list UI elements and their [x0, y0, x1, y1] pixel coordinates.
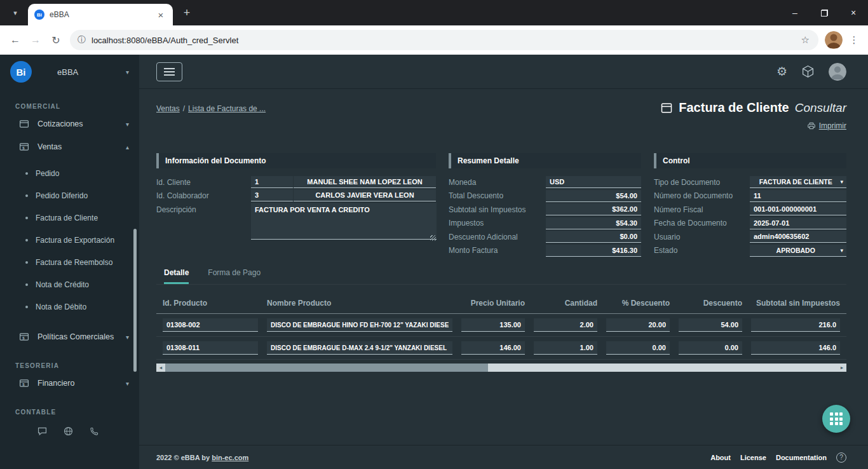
cell-nombre-producto[interactable] — [267, 318, 452, 332]
breadcrumb-link-ventas[interactable]: Ventas — [156, 104, 180, 113]
id-colaborador-code-input[interactable] — [251, 189, 293, 201]
cell-cantidad[interactable] — [534, 341, 597, 355]
breadcrumb-link-lista-facturas[interactable]: Lista de Facturas de ... — [188, 104, 266, 113]
footer-link-about[interactable]: About — [710, 454, 731, 461]
cell-nombre-producto[interactable] — [267, 341, 452, 355]
estado-select[interactable]: APROBADO ▾ — [750, 245, 846, 257]
panel-resumen-detalle: Resumen Detalle Moneda Total Descuento S… — [449, 153, 641, 258]
tab-search-button[interactable]: ▾ — [6, 4, 24, 22]
id-cliente-name-input[interactable] — [294, 176, 436, 188]
subtotal-sin-impuestos-input[interactable] — [546, 203, 641, 215]
cell-descuento[interactable] — [679, 341, 742, 355]
sidebar-subitem-factura-de-cliente[interactable]: Factura de Cliente — [0, 207, 139, 229]
globe-icon[interactable] — [63, 426, 74, 437]
footer-link-documentation[interactable]: Documentation — [776, 454, 827, 461]
sidebar-subitem-factura-de-reembolso[interactable]: Factura de Reembolso — [0, 251, 139, 273]
window-restore-button[interactable] — [810, 0, 839, 25]
moneda-label: Moneda — [449, 178, 476, 187]
table-horizontal-scrollbar[interactable]: ◄ ► — [156, 364, 846, 372]
reload-button[interactable]: ↻ — [46, 30, 66, 50]
sidebar-subitem-pedido-diferido[interactable]: Pedido Diferido — [0, 184, 139, 207]
fecha-documento-input[interactable] — [750, 217, 846, 229]
print-button[interactable]: Imprimir — [660, 121, 846, 130]
cell-subtotal[interactable] — [751, 341, 840, 355]
site-info-icon[interactable]: ⓘ — [78, 34, 86, 46]
window-minimize-button[interactable]: – — [780, 0, 810, 25]
sidebar-scrollbar[interactable] — [133, 229, 137, 372]
detail-tabs: Detalle Forma de Pago — [156, 268, 846, 285]
cube-icon[interactable] — [801, 65, 815, 78]
phone-icon[interactable] — [89, 426, 99, 437]
sidebar-subitem-nota-de-credito[interactable]: Nota de Crédito — [0, 273, 139, 296]
cell-pct-descuento[interactable] — [606, 341, 670, 355]
sidebar-item-cotizaciones[interactable]: Cotizaciones ▾ — [0, 112, 139, 135]
panel-header: Control — [654, 153, 846, 168]
cell-descuento[interactable] — [679, 318, 742, 332]
sidebar-item-financiero[interactable]: $ Financiero ▾ — [0, 372, 139, 395]
bookmark-star-icon[interactable]: ☆ — [801, 34, 810, 46]
chevron-up-icon: ▴ — [126, 144, 129, 151]
cell-cantidad[interactable] — [534, 318, 597, 332]
cell-subtotal[interactable] — [751, 318, 840, 332]
help-icon[interactable]: ? — [836, 452, 846, 463]
cell-id-producto[interactable] — [163, 341, 258, 355]
subitem-label: Factura de Exportación — [36, 236, 114, 245]
bullet-icon — [25, 217, 28, 219]
footer-link-bin-ec[interactable]: bin-ec.com — [212, 454, 248, 461]
tipo-documento-select[interactable]: FACTURA DE CLIENTE ▾ — [750, 176, 846, 188]
scroll-right-icon[interactable]: ► — [837, 364, 846, 372]
bullet-icon — [25, 306, 28, 308]
chevron-down-icon: ▾ — [126, 69, 129, 76]
impuestos-input[interactable] — [546, 217, 641, 229]
back-button[interactable]: ← — [5, 30, 25, 50]
moneda-input[interactable] — [546, 176, 641, 188]
descuento-adicional-input[interactable] — [546, 231, 641, 243]
total-descuento-input[interactable] — [546, 190, 641, 202]
id-cliente-code-input[interactable] — [251, 176, 293, 188]
chat-icon[interactable] — [37, 426, 48, 437]
browser-address-bar: ← → ↻ ⓘ localhost:8080/eBBA/Auth_cred_Se… — [0, 25, 868, 55]
cell-id-producto[interactable] — [163, 318, 258, 332]
chevron-down-icon: ▾ — [840, 179, 843, 185]
sidebar-item-politicas-comerciales[interactable]: $ Políticas Comerciales ▾ — [0, 325, 139, 348]
user-avatar[interactable] — [829, 63, 846, 81]
gear-icon[interactable]: ⚙ — [776, 65, 787, 78]
col-cantidad: Cantidad — [534, 299, 597, 308]
browser-tab-ebba[interactable]: Bi eBBA × — [28, 4, 173, 25]
window-close-button[interactable]: × — [839, 0, 868, 25]
numero-documento-input[interactable] — [750, 190, 846, 202]
descripcion-textarea[interactable]: FACTURA POR VENTA A CREDITO — [251, 203, 437, 240]
tab-detalle[interactable]: Detalle — [164, 268, 189, 284]
usuario-input[interactable] — [750, 231, 846, 243]
cell-pct-descuento[interactable] — [606, 318, 670, 332]
scrollbar-thumb[interactable] — [165, 364, 488, 372]
numero-fiscal-input[interactable] — [750, 203, 846, 215]
new-tab-button[interactable]: + — [178, 4, 196, 22]
id-colaborador-name-input[interactable] — [294, 189, 436, 201]
tab-forma-de-pago[interactable]: Forma de Pago — [208, 268, 261, 284]
monto-factura-input[interactable] — [546, 245, 641, 257]
numero-fiscal-label: Número Fiscal — [654, 205, 703, 214]
cell-precio-unitario[interactable] — [461, 341, 525, 355]
apps-fab-button[interactable] — [822, 405, 850, 433]
fecha-documento-label: Fecha de Documento — [654, 219, 727, 228]
sidebar-logo-row[interactable]: Bi eBBA ▾ — [0, 55, 139, 89]
browser-profile-avatar[interactable] — [825, 31, 843, 49]
url-field[interactable]: ⓘ localhost:8080/eBBA/Auth_cred_Servlet … — [70, 30, 818, 50]
sidebar-subitem-nota-de-debito[interactable]: Nota de Débito — [0, 296, 139, 318]
scrollbar-track[interactable] — [165, 364, 837, 372]
sidebar-subitem-factura-de-exportacion[interactable]: Factura de Exportación — [0, 229, 139, 251]
estado-label: Estado — [654, 246, 677, 255]
document-icon — [660, 102, 673, 114]
sidebar-item-ventas[interactable]: $ Ventas ▴ — [0, 135, 139, 158]
sidebar-subitem-pedido[interactable]: Pedido — [0, 162, 139, 184]
menu-toggle-button[interactable] — [156, 62, 182, 81]
scroll-left-icon[interactable]: ◄ — [156, 364, 165, 372]
sidebar-bottom-icons — [0, 426, 139, 437]
tab-close-icon[interactable]: × — [155, 9, 166, 20]
forward-button[interactable]: → — [25, 30, 46, 50]
browser-menu-icon[interactable]: ⋮ — [845, 34, 863, 46]
footer-link-license[interactable]: License — [740, 454, 766, 461]
resize-grip-icon[interactable] — [430, 235, 436, 241]
cell-precio-unitario[interactable] — [461, 318, 525, 332]
